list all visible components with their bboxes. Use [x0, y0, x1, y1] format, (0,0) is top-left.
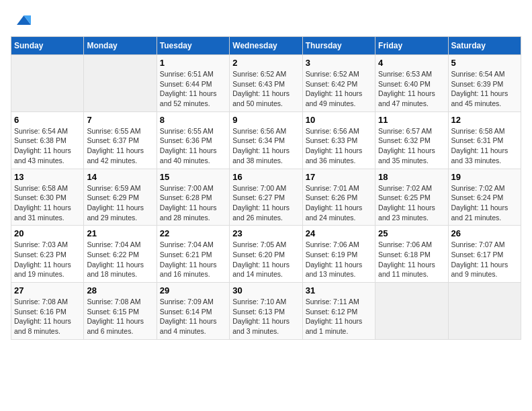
- day-info: Sunrise: 6:58 AM Sunset: 6:31 PM Dayligh…: [451, 126, 518, 166]
- calendar-cell: 16Sunrise: 7:00 AM Sunset: 6:27 PM Dayli…: [230, 169, 302, 226]
- day-info: Sunrise: 6:58 AM Sunset: 6:30 PM Dayligh…: [14, 183, 81, 223]
- day-number: 7: [87, 115, 153, 125]
- calendar-cell: 19Sunrise: 7:02 AM Sunset: 6:24 PM Dayli…: [448, 169, 521, 226]
- day-number: 28: [87, 285, 153, 295]
- day-info: Sunrise: 7:04 AM Sunset: 6:22 PM Dayligh…: [87, 240, 153, 279]
- day-number: 3: [306, 58, 372, 68]
- calendar-cell: [11, 55, 84, 112]
- day-info: Sunrise: 7:01 AM Sunset: 6:26 PM Dayligh…: [306, 183, 372, 223]
- calendar-cell: 26Sunrise: 7:07 AM Sunset: 6:17 PM Dayli…: [448, 226, 521, 283]
- calendar-cell: 4Sunrise: 6:53 AM Sunset: 6:40 PM Daylig…: [375, 55, 448, 112]
- calendar-cell: 14Sunrise: 6:59 AM Sunset: 6:29 PM Dayli…: [84, 169, 157, 226]
- calendar-cell: 24Sunrise: 7:06 AM Sunset: 6:19 PM Dayli…: [302, 226, 375, 283]
- calendar-cell: 31Sunrise: 7:11 AM Sunset: 6:12 PM Dayli…: [302, 283, 375, 340]
- day-number: 5: [451, 58, 518, 68]
- day-info: Sunrise: 7:02 AM Sunset: 6:25 PM Dayligh…: [378, 183, 445, 223]
- day-info: Sunrise: 7:05 AM Sunset: 6:20 PM Dayligh…: [232, 240, 299, 279]
- day-info: Sunrise: 6:53 AM Sunset: 6:40 PM Dayligh…: [378, 69, 445, 109]
- day-info: Sunrise: 7:08 AM Sunset: 6:15 PM Dayligh…: [87, 297, 153, 336]
- calendar-cell: 27Sunrise: 7:08 AM Sunset: 6:16 PM Dayli…: [11, 283, 84, 340]
- day-number: 23: [232, 228, 299, 238]
- calendar-week: 20Sunrise: 7:03 AM Sunset: 6:23 PM Dayli…: [11, 226, 521, 283]
- day-number: 22: [160, 228, 226, 238]
- day-number: 25: [378, 228, 445, 238]
- day-number: 24: [306, 228, 372, 238]
- calendar-cell: 12Sunrise: 6:58 AM Sunset: 6:31 PM Dayli…: [448, 111, 521, 169]
- calendar-cell: 25Sunrise: 7:06 AM Sunset: 6:18 PM Dayli…: [375, 226, 448, 283]
- calendar-cell: 21Sunrise: 7:04 AM Sunset: 6:22 PM Dayli…: [84, 226, 157, 283]
- day-info: Sunrise: 7:03 AM Sunset: 6:23 PM Dayligh…: [14, 240, 81, 279]
- day-info: Sunrise: 6:57 AM Sunset: 6:32 PM Dayligh…: [378, 126, 445, 166]
- day-info: Sunrise: 6:52 AM Sunset: 6:43 PM Dayligh…: [232, 69, 299, 109]
- day-info: Sunrise: 6:56 AM Sunset: 6:34 PM Dayligh…: [232, 126, 299, 166]
- weekday-header: Wednesday: [230, 37, 302, 55]
- day-info: Sunrise: 6:52 AM Sunset: 6:42 PM Dayligh…: [306, 69, 372, 109]
- calendar-cell: 6Sunrise: 6:54 AM Sunset: 6:38 PM Daylig…: [11, 111, 84, 169]
- day-number: 10: [306, 115, 372, 125]
- calendar-cell: 18Sunrise: 7:02 AM Sunset: 6:25 PM Dayli…: [375, 169, 448, 226]
- calendar-cell: 13Sunrise: 6:58 AM Sunset: 6:30 PM Dayli…: [11, 169, 84, 226]
- day-number: 20: [14, 228, 81, 238]
- calendar-cell: [375, 283, 448, 340]
- weekday-header: Friday: [375, 37, 448, 55]
- day-info: Sunrise: 7:10 AM Sunset: 6:13 PM Dayligh…: [232, 297, 299, 336]
- day-number: 15: [160, 172, 226, 182]
- day-number: 11: [378, 115, 445, 125]
- calendar-week: 13Sunrise: 6:58 AM Sunset: 6:30 PM Dayli…: [11, 169, 521, 226]
- day-number: 2: [232, 58, 299, 68]
- calendar-cell: 2Sunrise: 6:52 AM Sunset: 6:43 PM Daylig…: [230, 55, 302, 112]
- day-info: Sunrise: 6:59 AM Sunset: 6:29 PM Dayligh…: [87, 183, 153, 223]
- day-info: Sunrise: 7:02 AM Sunset: 6:24 PM Dayligh…: [451, 183, 518, 223]
- day-number: 13: [14, 172, 81, 182]
- day-info: Sunrise: 6:54 AM Sunset: 6:39 PM Dayligh…: [451, 69, 518, 109]
- weekday-header: Sunday: [11, 37, 84, 55]
- day-info: Sunrise: 6:55 AM Sunset: 6:37 PM Dayligh…: [87, 126, 153, 166]
- calendar-cell: 15Sunrise: 7:00 AM Sunset: 6:28 PM Dayli…: [157, 169, 229, 226]
- day-number: 8: [160, 115, 226, 125]
- day-info: Sunrise: 7:00 AM Sunset: 6:28 PM Dayligh…: [160, 183, 226, 223]
- day-number: 18: [378, 172, 445, 182]
- calendar-week: 1Sunrise: 6:51 AM Sunset: 6:44 PM Daylig…: [11, 55, 521, 112]
- day-info: Sunrise: 7:00 AM Sunset: 6:27 PM Dayligh…: [232, 183, 299, 223]
- logo-icon: [12, 11, 31, 30]
- calendar-cell: 22Sunrise: 7:04 AM Sunset: 6:21 PM Dayli…: [157, 226, 229, 283]
- logo: [11, 11, 31, 30]
- weekday-header: Thursday: [302, 37, 375, 55]
- day-info: Sunrise: 7:08 AM Sunset: 6:16 PM Dayligh…: [14, 297, 81, 336]
- day-number: 26: [451, 228, 518, 238]
- day-number: 17: [306, 172, 372, 182]
- calendar-table: SundayMondayTuesdayWednesdayThursdayFrid…: [11, 36, 521, 340]
- day-number: 12: [451, 115, 518, 125]
- day-number: 21: [87, 228, 153, 238]
- calendar-cell: 1Sunrise: 6:51 AM Sunset: 6:44 PM Daylig…: [157, 55, 229, 112]
- calendar-cell: 30Sunrise: 7:10 AM Sunset: 6:13 PM Dayli…: [230, 283, 302, 340]
- calendar-cell: 9Sunrise: 6:56 AM Sunset: 6:34 PM Daylig…: [230, 111, 302, 169]
- calendar-cell: 5Sunrise: 6:54 AM Sunset: 6:39 PM Daylig…: [448, 55, 521, 112]
- day-info: Sunrise: 7:06 AM Sunset: 6:18 PM Dayligh…: [378, 240, 445, 279]
- day-number: 4: [378, 58, 445, 68]
- weekday-header: Saturday: [448, 37, 521, 55]
- day-number: 19: [451, 172, 518, 182]
- calendar-cell: 8Sunrise: 6:55 AM Sunset: 6:36 PM Daylig…: [157, 111, 229, 169]
- calendar-cell: 28Sunrise: 7:08 AM Sunset: 6:15 PM Dayli…: [84, 283, 157, 340]
- calendar-cell: 20Sunrise: 7:03 AM Sunset: 6:23 PM Dayli…: [11, 226, 84, 283]
- day-number: 16: [232, 172, 299, 182]
- calendar-week: 6Sunrise: 6:54 AM Sunset: 6:38 PM Daylig…: [11, 111, 521, 169]
- day-number: 14: [87, 172, 153, 182]
- day-number: 9: [232, 115, 299, 125]
- day-number: 1: [160, 58, 226, 68]
- calendar-cell: 23Sunrise: 7:05 AM Sunset: 6:20 PM Dayli…: [230, 226, 302, 283]
- calendar-cell: 3Sunrise: 6:52 AM Sunset: 6:42 PM Daylig…: [302, 55, 375, 112]
- day-number: 31: [306, 285, 372, 295]
- day-info: Sunrise: 6:56 AM Sunset: 6:33 PM Dayligh…: [306, 126, 372, 166]
- calendar-cell: 11Sunrise: 6:57 AM Sunset: 6:32 PM Dayli…: [375, 111, 448, 169]
- calendar-cell: 10Sunrise: 6:56 AM Sunset: 6:33 PM Dayli…: [302, 111, 375, 169]
- day-info: Sunrise: 7:11 AM Sunset: 6:12 PM Dayligh…: [306, 297, 372, 336]
- calendar-cell: 17Sunrise: 7:01 AM Sunset: 6:26 PM Dayli…: [302, 169, 375, 226]
- calendar-cell: [84, 55, 157, 112]
- calendar-cell: [448, 283, 521, 340]
- weekday-header: Monday: [84, 37, 157, 55]
- calendar-cell: 29Sunrise: 7:09 AM Sunset: 6:14 PM Dayli…: [157, 283, 229, 340]
- day-number: 29: [160, 285, 226, 295]
- day-info: Sunrise: 7:09 AM Sunset: 6:14 PM Dayligh…: [160, 297, 226, 336]
